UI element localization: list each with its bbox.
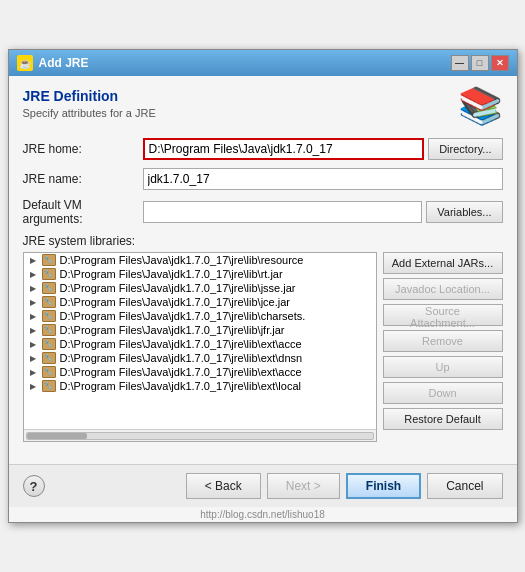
- list-item[interactable]: ▶🔧D:\Program Files\Java\jdk1.7.0_17\jre\…: [24, 379, 376, 393]
- javadoc-location-button[interactable]: Javadoc Location...: [383, 278, 503, 300]
- restore-default-button[interactable]: Restore Default: [383, 408, 503, 430]
- minimize-button[interactable]: —: [451, 55, 469, 71]
- jre-name-input[interactable]: [143, 168, 503, 190]
- bottom-left: ?: [23, 475, 45, 497]
- up-button[interactable]: Up: [383, 356, 503, 378]
- header-text: JRE Definition Specify attributes for a …: [23, 88, 156, 119]
- watermark: http://blog.csdn.net/lishuo18: [9, 507, 517, 522]
- jre-home-row: JRE home: Directory...: [23, 138, 503, 160]
- dialog-subtitle: Specify attributes for a JRE: [23, 107, 156, 119]
- lib-path-text: D:\Program Files\Java\jdk1.7.0_17\jre\li…: [60, 296, 290, 308]
- lib-path-text: D:\Program Files\Java\jdk1.7.0_17\jre\li…: [60, 324, 285, 336]
- close-button[interactable]: ✕: [491, 55, 509, 71]
- window-title: Add JRE: [39, 56, 89, 70]
- remove-button[interactable]: Remove: [383, 330, 503, 352]
- titlebar-left: ☕ Add JRE: [17, 55, 89, 71]
- back-button[interactable]: < Back: [186, 473, 261, 499]
- lib-path-text: D:\Program Files\Java\jdk1.7.0_17\jre\li…: [60, 268, 283, 280]
- libraries-area: ▶🔧D:\Program Files\Java\jdk1.7.0_17\jre\…: [23, 252, 503, 442]
- next-button[interactable]: Next >: [267, 473, 340, 499]
- lib-path-text: D:\Program Files\Java\jdk1.7.0_17\jre\li…: [60, 338, 302, 350]
- expand-arrow-icon: ▶: [28, 311, 38, 321]
- main-window: ☕ Add JRE — □ ✕ JRE Definition Specify a…: [8, 49, 518, 523]
- expand-arrow-icon: ▶: [28, 255, 38, 265]
- add-external-jars-button[interactable]: Add External JARs...: [383, 252, 503, 274]
- lib-path-text: D:\Program Files\Java\jdk1.7.0_17\jre\li…: [60, 380, 302, 392]
- jar-icon: 🔧: [42, 380, 56, 392]
- list-item[interactable]: ▶🔧D:\Program Files\Java\jdk1.7.0_17\jre\…: [24, 267, 376, 281]
- bottom-bar: ? < Back Next > Finish Cancel: [9, 464, 517, 507]
- lib-path-text: D:\Program Files\Java\jdk1.7.0_17\jre\li…: [60, 366, 302, 378]
- expand-arrow-icon: ▶: [28, 367, 38, 377]
- jar-icon: 🔧: [42, 296, 56, 308]
- lib-section-label: JRE system libraries:: [23, 234, 503, 248]
- window-icon: ☕: [17, 55, 33, 71]
- expand-arrow-icon: ▶: [28, 381, 38, 391]
- jre-home-input[interactable]: [143, 138, 425, 160]
- lib-path-text: D:\Program Files\Java\jdk1.7.0_17\jre\li…: [60, 352, 303, 364]
- jre-home-label: JRE home:: [23, 142, 143, 156]
- horizontal-scrollbar[interactable]: [24, 429, 376, 441]
- jar-icon: 🔧: [42, 352, 56, 364]
- jar-icon: 🔧: [42, 282, 56, 294]
- list-item[interactable]: ▶🔧D:\Program Files\Java\jdk1.7.0_17\jre\…: [24, 281, 376, 295]
- dialog-title: JRE Definition: [23, 88, 156, 104]
- expand-arrow-icon: ▶: [28, 269, 38, 279]
- list-item[interactable]: ▶🔧D:\Program Files\Java\jdk1.7.0_17\jre\…: [24, 323, 376, 337]
- header-icon: 📚: [458, 88, 503, 124]
- lib-list-container: ▶🔧D:\Program Files\Java\jdk1.7.0_17\jre\…: [23, 252, 377, 442]
- jar-icon: 🔧: [42, 254, 56, 266]
- scrollbar-thumb[interactable]: [27, 433, 87, 439]
- jar-icon: 🔧: [42, 338, 56, 350]
- dialog-content: JRE Definition Specify attributes for a …: [9, 76, 517, 454]
- list-item[interactable]: ▶🔧D:\Program Files\Java\jdk1.7.0_17\jre\…: [24, 295, 376, 309]
- jar-icon: 🔧: [42, 310, 56, 322]
- expand-arrow-icon: ▶: [28, 353, 38, 363]
- lib-action-buttons: Add External JARs... Javadoc Location...…: [383, 252, 503, 442]
- list-item[interactable]: ▶🔧D:\Program Files\Java\jdk1.7.0_17\jre\…: [24, 337, 376, 351]
- scrollbar-track[interactable]: [26, 432, 374, 440]
- header-section: JRE Definition Specify attributes for a …: [23, 88, 503, 124]
- expand-arrow-icon: ▶: [28, 283, 38, 293]
- jre-name-row: JRE name:: [23, 168, 503, 190]
- list-item[interactable]: ▶🔧D:\Program Files\Java\jdk1.7.0_17\jre\…: [24, 309, 376, 323]
- expand-arrow-icon: ▶: [28, 297, 38, 307]
- titlebar: ☕ Add JRE — □ ✕: [9, 50, 517, 76]
- variables-button[interactable]: Variables...: [426, 201, 502, 223]
- expand-arrow-icon: ▶: [28, 325, 38, 335]
- jre-name-label: JRE name:: [23, 172, 143, 186]
- jar-icon: 🔧: [42, 324, 56, 336]
- source-attachment-button[interactable]: Source Attachment...: [383, 304, 503, 326]
- list-item[interactable]: ▶🔧D:\Program Files\Java\jdk1.7.0_17\jre\…: [24, 365, 376, 379]
- list-item[interactable]: ▶🔧D:\Program Files\Java\jdk1.7.0_17\jre\…: [24, 253, 376, 267]
- expand-arrow-icon: ▶: [28, 339, 38, 349]
- help-button[interactable]: ?: [23, 475, 45, 497]
- vm-args-input[interactable]: [143, 201, 423, 223]
- lib-list[interactable]: ▶🔧D:\Program Files\Java\jdk1.7.0_17\jre\…: [24, 253, 376, 429]
- vm-args-label: Default VM arguments:: [23, 198, 143, 226]
- lib-path-text: D:\Program Files\Java\jdk1.7.0_17\jre\li…: [60, 310, 306, 322]
- bottom-right: < Back Next > Finish Cancel: [186, 473, 503, 499]
- cancel-button[interactable]: Cancel: [427, 473, 502, 499]
- lib-path-text: D:\Program Files\Java\jdk1.7.0_17\jre\li…: [60, 254, 304, 266]
- list-item[interactable]: ▶🔧D:\Program Files\Java\jdk1.7.0_17\jre\…: [24, 351, 376, 365]
- titlebar-controls[interactable]: — □ ✕: [451, 55, 509, 71]
- vm-args-row: Default VM arguments: Variables...: [23, 198, 503, 226]
- maximize-button[interactable]: □: [471, 55, 489, 71]
- finish-button[interactable]: Finish: [346, 473, 421, 499]
- lib-path-text: D:\Program Files\Java\jdk1.7.0_17\jre\li…: [60, 282, 296, 294]
- down-button[interactable]: Down: [383, 382, 503, 404]
- jar-icon: 🔧: [42, 268, 56, 280]
- directory-button[interactable]: Directory...: [428, 138, 502, 160]
- jar-icon: 🔧: [42, 366, 56, 378]
